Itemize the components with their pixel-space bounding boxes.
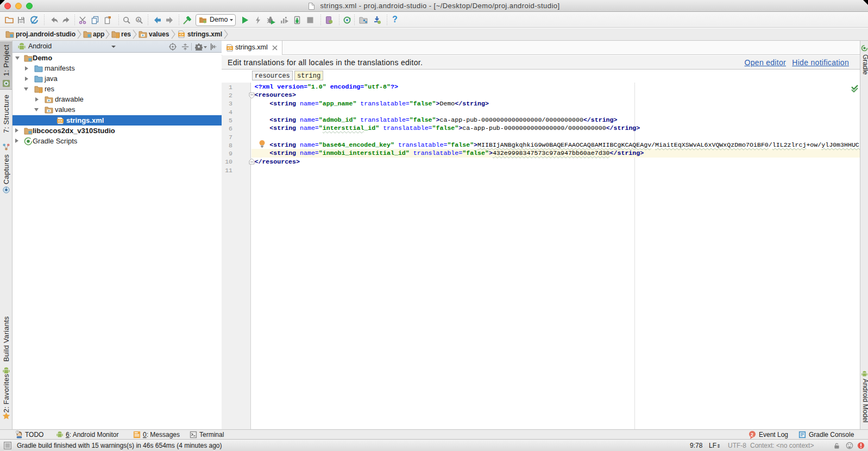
- svg-text:A: A: [137, 18, 140, 22]
- svg-text:2: 2: [751, 432, 753, 437]
- svg-text:<>: <>: [228, 47, 232, 51]
- svg-text:<>: <>: [58, 119, 62, 123]
- svg-text:<>: <>: [179, 33, 184, 37]
